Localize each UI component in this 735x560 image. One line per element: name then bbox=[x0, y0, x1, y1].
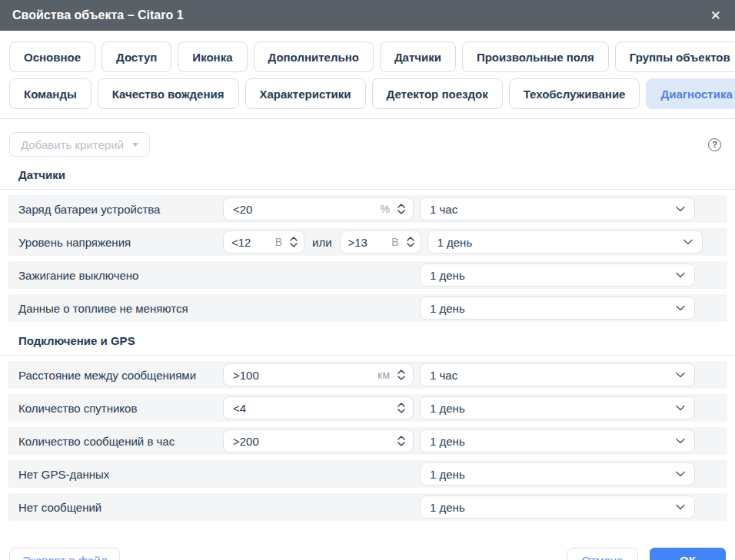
criterion-label: Заряд батареи устройства bbox=[18, 203, 223, 216]
criterion-row: Данные о топливе не меняются1 день bbox=[8, 294, 727, 322]
criterion-row: Количество спутников1 день bbox=[8, 394, 727, 422]
or-label: или bbox=[311, 236, 334, 249]
criterion-controls: %1 час bbox=[223, 197, 695, 220]
tab-0-3[interactable]: Дополнительно bbox=[254, 41, 374, 72]
period-select[interactable]: 1 день bbox=[420, 297, 695, 320]
tab-0-1[interactable]: Доступ bbox=[101, 41, 171, 72]
tab-1-3[interactable]: Детектор поездок bbox=[372, 78, 503, 109]
criterion-label: Количество сообщений в час bbox=[18, 435, 223, 448]
chevron-down-icon bbox=[676, 405, 685, 411]
period-select[interactable]: 1 день bbox=[420, 396, 695, 419]
ok-button[interactable]: ОК bbox=[650, 548, 726, 560]
criterion-controls: 1 день bbox=[223, 263, 695, 287]
spinner-icon[interactable] bbox=[406, 236, 415, 248]
unit-label: км bbox=[377, 369, 390, 381]
section-title: Подключение и GPS bbox=[0, 327, 735, 356]
unit-label: В bbox=[275, 236, 282, 248]
object-properties-dialog: Свойства объекта – Citaro 1 ✕ ОсновноеДо… bbox=[0, 0, 735, 560]
tab-0-5[interactable]: Произвольные поля bbox=[462, 41, 609, 72]
criterion-label: Уровень напряжения bbox=[18, 236, 223, 249]
period-select-value: 1 час bbox=[430, 369, 457, 382]
chevron-down-icon bbox=[676, 272, 685, 278]
chevron-down-icon bbox=[676, 471, 685, 477]
period-select-value: 1 день bbox=[437, 236, 473, 249]
threshold-input[interactable] bbox=[233, 402, 397, 415]
tab-0-0[interactable]: Основное bbox=[9, 41, 95, 72]
criteria-sections: ДатчикиЗаряд батареи устройства%1 часУро… bbox=[0, 161, 735, 521]
period-select[interactable]: 1 день bbox=[427, 230, 703, 253]
criterion-controls: 1 день bbox=[223, 462, 695, 485]
threshold-input[interactable] bbox=[233, 435, 397, 448]
tab-1-4[interactable]: Техобслуживание bbox=[509, 78, 640, 109]
help-icon[interactable]: ? bbox=[708, 138, 721, 151]
criterion-controls: 1 день bbox=[223, 429, 695, 452]
criterion-row: Зажигание выключено1 день bbox=[8, 261, 727, 289]
period-select[interactable]: 1 день bbox=[420, 263, 695, 287]
criterion-controls: 1 день bbox=[223, 396, 695, 419]
criterion-label: Зажигание выключено bbox=[18, 269, 223, 282]
threshold-input[interactable] bbox=[348, 236, 392, 249]
threshold-input-box bbox=[223, 396, 414, 419]
close-icon[interactable]: ✕ bbox=[709, 8, 723, 24]
chevron-down-icon bbox=[683, 239, 693, 245]
period-select-value: 1 день bbox=[430, 302, 465, 315]
spinner-icon[interactable] bbox=[289, 236, 298, 248]
tab-bar-row-2: КомандыКачество вожденияХарактеристикиДе… bbox=[0, 78, 735, 109]
caret-down-icon bbox=[132, 143, 138, 147]
period-select-value: 1 день bbox=[430, 435, 465, 448]
tab-1-5[interactable]: Диагностика bbox=[646, 78, 735, 109]
threshold-input-box: км bbox=[223, 363, 414, 386]
tab-1-2[interactable]: Характеристики bbox=[245, 78, 366, 109]
criterion-row: Количество сообщений в час1 день bbox=[8, 427, 727, 455]
period-select-value: 1 день bbox=[430, 269, 465, 282]
criterion-row: Заряд батареи устройства%1 час bbox=[8, 195, 727, 223]
spinner-icon[interactable] bbox=[397, 435, 406, 447]
period-select[interactable]: 1 день bbox=[420, 462, 695, 485]
tab-1-1[interactable]: Качество вождения bbox=[98, 78, 239, 109]
threshold-input-box bbox=[223, 429, 414, 452]
period-select[interactable]: 1 день bbox=[420, 429, 695, 452]
criterion-controls: 1 день bbox=[223, 297, 695, 320]
chevron-down-icon bbox=[676, 504, 685, 510]
dialog-title: Свойства объекта – Citaro 1 bbox=[12, 8, 184, 22]
unit-label: В bbox=[391, 236, 398, 248]
period-select[interactable]: 1 час bbox=[420, 363, 695, 386]
add-criterion-button[interactable]: Добавить критерий bbox=[9, 132, 150, 157]
tab-0-2[interactable]: Иконка bbox=[178, 41, 247, 72]
period-select[interactable]: 1 час bbox=[420, 197, 695, 220]
spinner-icon[interactable] bbox=[397, 402, 406, 414]
threshold-input[interactable] bbox=[231, 236, 275, 249]
spinner-icon[interactable] bbox=[397, 369, 406, 381]
criterion-controls: ВилиВ1 день bbox=[223, 230, 703, 253]
dialog-titlebar: Свойства объекта – Citaro 1 ✕ bbox=[0, 0, 735, 31]
export-to-file-button[interactable]: Экспорт в файл bbox=[9, 548, 120, 560]
criterion-row: Нет сообщений1 день bbox=[8, 493, 727, 521]
tab-1-0[interactable]: Команды bbox=[9, 78, 91, 109]
section-title: Датчики bbox=[0, 161, 735, 190]
threshold-input-box: В bbox=[340, 230, 421, 253]
threshold-input-box: % bbox=[223, 197, 414, 220]
criterion-controls: км1 час bbox=[223, 363, 695, 386]
criterion-label: Нет GPS-данных bbox=[18, 468, 223, 481]
tab-0-4[interactable]: Датчики bbox=[380, 41, 456, 72]
spinner-icon[interactable] bbox=[397, 203, 406, 215]
criterion-label: Количество спутников bbox=[18, 402, 223, 415]
criterion-label: Расстояние между сообщениями bbox=[18, 369, 223, 382]
tab-0-6[interactable]: Группы объектов bbox=[615, 41, 735, 72]
cancel-button[interactable]: Отмена bbox=[567, 548, 638, 560]
period-select[interactable]: 1 день bbox=[420, 495, 695, 519]
tab-bar-row-1: ОсновноеДоступИконкаДополнительноДатчики… bbox=[0, 41, 735, 72]
threshold-input-box: В bbox=[223, 230, 304, 253]
dialog-footer: Экспорт в файл Отмена ОК bbox=[0, 526, 735, 560]
threshold-input[interactable] bbox=[233, 203, 381, 216]
chevron-down-icon bbox=[676, 372, 685, 378]
threshold-input[interactable] bbox=[233, 369, 377, 382]
period-select-value: 1 час bbox=[430, 203, 457, 216]
criterion-row: Расстояние между сообщениямикм1 час bbox=[8, 361, 727, 389]
criterion-row: Нет GPS-данных1 день bbox=[8, 460, 727, 488]
section-rows: Расстояние между сообщениямикм1 часКолич… bbox=[0, 356, 735, 521]
period-select-value: 1 день bbox=[430, 402, 465, 415]
add-criterion-label: Добавить критерий bbox=[21, 138, 124, 151]
criterion-label: Нет сообщений bbox=[18, 501, 223, 514]
period-select-value: 1 день bbox=[430, 468, 465, 481]
